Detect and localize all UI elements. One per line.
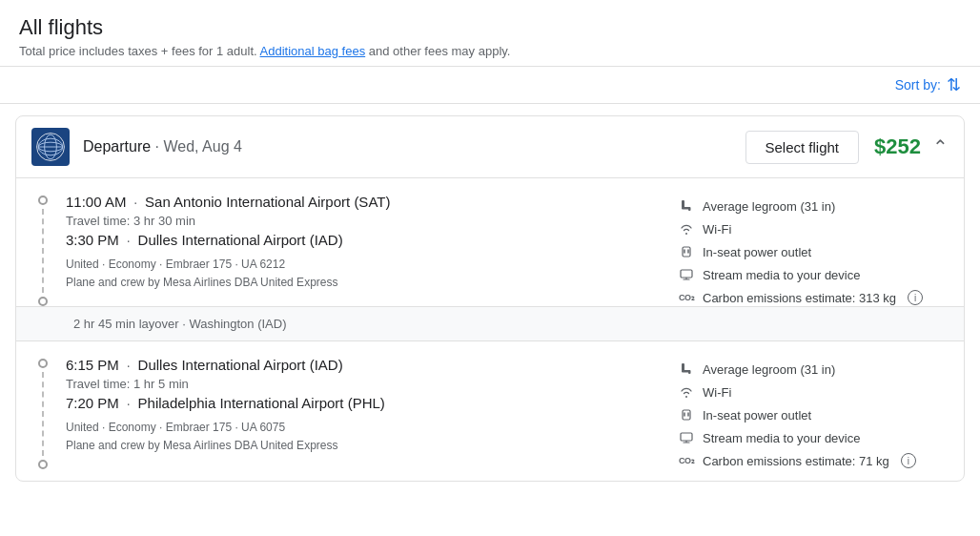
svg-rect-20 (681, 433, 692, 441)
amenity-wifi-text-2: Wi-Fi (703, 385, 731, 400)
amenity-co2-1: CO₂ Carbon emissions estimate: 313 kg i (678, 289, 945, 306)
depart-dot-1 (38, 196, 48, 205)
flight-departure-label: Departure (83, 138, 151, 155)
power-icon-1 (678, 243, 695, 260)
subtitle-prefix: Total price includes taxes + fees for 1 … (19, 44, 257, 58)
segment-1-info-line2: Plane and crew by Mesa Airlines DBA Unit… (66, 274, 678, 292)
segment-2-amenities: Average legroom (31 in) Wi-Fi (678, 357, 945, 469)
seat-icon-2 (678, 361, 695, 378)
flight-card-header: Departure · Wed, Aug 4 Select flight $25… (16, 116, 964, 178)
flight-title: Departure · Wed, Aug 4 (83, 138, 745, 155)
arrive-dot-2 (38, 460, 48, 469)
arrive-dot-1 (38, 297, 48, 306)
subtitle-suffix: and other fees may apply. (369, 44, 511, 58)
seat-icon-1 (678, 197, 695, 215)
airline-logo (31, 128, 70, 166)
arrive-airport-1: Dulles International Airport (IAD) (138, 232, 343, 248)
amenity-co2-text-2: Carbon emissions estimate: 71 kg (703, 454, 889, 468)
depart-time-1: 11:00 AM (66, 194, 126, 210)
amenity-legroom-text-2: Average legroom (31 in) (703, 362, 835, 377)
co2-info-icon-2[interactable]: i (901, 453, 916, 468)
timeline-line-1 (42, 209, 44, 293)
svg-rect-17 (683, 410, 690, 420)
arrive-time-1: 3:30 PM (66, 232, 119, 248)
co2-icon-1: CO₂ (678, 289, 695, 306)
segment-1-details: 11:00 AM · San Antonio International Air… (66, 194, 678, 306)
segment-1-info-line1: United · Economy · Embraer 175 · UA 6212 (66, 256, 678, 274)
depart-time-2: 6:15 PM (66, 357, 119, 373)
power-icon-2 (678, 406, 695, 423)
amenity-power-1: In-seat power outlet (678, 243, 945, 260)
segment-2-details: 6:15 PM · Dulles International Airport (… (66, 357, 678, 469)
wifi-icon-1 (678, 220, 695, 237)
segment-2-timeline (35, 357, 51, 469)
amenity-legroom-1: Average legroom (31 in) (678, 197, 945, 215)
amenity-legroom-text-1: Average legroom (31 in) (703, 199, 835, 214)
collapse-icon[interactable]: ⌃ (932, 135, 949, 158)
sort-icon[interactable]: ⇅ (947, 74, 961, 95)
amenity-wifi-text-1: Wi-Fi (703, 222, 731, 237)
select-flight-button[interactable]: Select flight (745, 131, 860, 164)
co2-icon-2: CO₂ (678, 452, 695, 469)
segment-1-info: United · Economy · Embraer 175 · UA 6212… (66, 256, 678, 292)
stream-icon-1 (678, 266, 695, 283)
flight-card: Departure · Wed, Aug 4 Select flight $25… (15, 115, 965, 482)
amenity-wifi-1: Wi-Fi (678, 220, 945, 237)
page-container: All flights Total price includes taxes +… (0, 0, 980, 536)
flight-price: $252 (874, 134, 921, 159)
svg-rect-8 (683, 247, 690, 257)
timeline-line-2 (42, 372, 44, 456)
depart-dot-2 (38, 359, 48, 368)
page-subtitle: Total price includes taxes + fees for 1 … (19, 44, 961, 58)
sort-bar: Sort by: ⇅ (0, 67, 980, 104)
amenity-power-text-2: In-seat power outlet (703, 408, 811, 423)
svg-rect-16 (688, 370, 691, 374)
sort-label: Sort by: (895, 77, 941, 93)
amenity-co2-2: CO₂ Carbon emissions estimate: 71 kg i (678, 452, 945, 469)
amenity-wifi-2: Wi-Fi (678, 383, 945, 401)
amenity-stream-text-1: Stream media to your device (703, 268, 860, 282)
segment-1-amenities: Average legroom (31 in) Wi-Fi (678, 194, 945, 306)
segment-1-timeline (35, 194, 51, 306)
travel-time-1: Travel time: 3 hr 30 min (66, 214, 678, 228)
segment-2-info: United · Economy · Embraer 175 · UA 6075… (66, 419, 678, 455)
svg-rect-14 (682, 363, 684, 371)
segment-2-info-line2: Plane and crew by Mesa Airlines DBA Unit… (66, 437, 678, 455)
layover-bar: 2 hr 45 min layover · Washington (IAD) (16, 306, 964, 341)
svg-rect-11 (681, 270, 692, 278)
flight-date: · Wed, Aug 4 (155, 138, 242, 155)
depart-airport-1: San Antonio International Airport (SAT) (145, 194, 390, 210)
additional-bag-fees-link[interactable]: Additional bag fees (260, 44, 366, 58)
amenity-legroom-2: Average legroom (31 in) (678, 361, 945, 378)
amenity-power-text-1: In-seat power outlet (703, 245, 811, 259)
segment-2: 6:15 PM · Dulles International Airport (… (16, 341, 964, 481)
travel-time-2: Travel time: 1 hr 5 min (66, 377, 678, 391)
amenity-power-2: In-seat power outlet (678, 406, 945, 423)
segment-2-info-line1: United · Economy · Embraer 175 · UA 6075 (66, 419, 678, 437)
amenity-stream-1: Stream media to your device (678, 266, 945, 283)
amenity-co2-text-1: Carbon emissions estimate: 313 kg (703, 291, 896, 305)
amenity-stream-text-2: Stream media to your device (703, 431, 860, 445)
page-header: All flights Total price includes taxes +… (0, 0, 980, 67)
layover-text: 2 hr 45 min layover · Washington (IAD) (73, 317, 287, 331)
stream-icon-2 (678, 429, 695, 446)
svg-rect-5 (682, 200, 684, 208)
amenity-stream-2: Stream media to your device (678, 429, 945, 446)
co2-info-icon-1[interactable]: i (908, 290, 923, 305)
depart-airport-2: Dulles International Airport (IAD) (138, 357, 343, 373)
svg-rect-7 (688, 207, 691, 211)
segment-1: 11:00 AM · San Antonio International Air… (16, 178, 964, 306)
arrive-time-2: 7:20 PM (66, 395, 119, 411)
wifi-icon-2 (678, 383, 695, 401)
page-title: All flights (19, 15, 961, 40)
arrive-airport-2: Philadelphia International Airport (PHL) (138, 395, 385, 411)
